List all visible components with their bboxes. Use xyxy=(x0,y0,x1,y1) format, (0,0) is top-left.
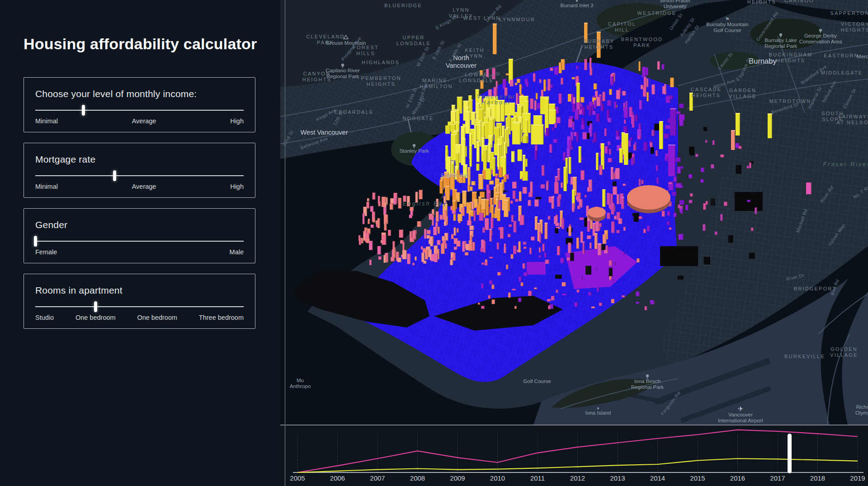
blob xyxy=(627,185,670,210)
tree-icon xyxy=(341,64,344,66)
mortgage-slider-thumb[interactable] xyxy=(113,170,116,181)
building-top xyxy=(455,122,459,122)
building-shade xyxy=(471,220,472,225)
gender-slider[interactable] xyxy=(35,235,244,247)
building-top xyxy=(465,111,470,112)
rooms-slider[interactable] xyxy=(35,301,244,313)
building-shade xyxy=(602,165,602,175)
building-shade xyxy=(603,104,604,111)
building-shade xyxy=(491,168,491,180)
gender-slider-thumb[interactable] xyxy=(34,236,37,247)
building-shade xyxy=(584,170,585,180)
building-shade xyxy=(639,258,640,262)
building-shade xyxy=(564,219,564,229)
building xyxy=(445,125,450,134)
building-top xyxy=(520,105,523,106)
building-shade xyxy=(455,228,456,236)
building xyxy=(485,219,489,230)
building-shade xyxy=(591,292,591,295)
map-region: BLUERIDGELYNNVALLEYWEST LYNNLYNNMOURWEST… xyxy=(280,0,868,486)
building-shade xyxy=(518,199,519,202)
map-label: Golf Course xyxy=(523,379,551,384)
building-shade xyxy=(483,174,483,189)
building-shade xyxy=(506,79,506,89)
income-slider[interactable] xyxy=(35,104,244,116)
mortgage-slider[interactable] xyxy=(35,170,244,182)
building-shade xyxy=(519,79,520,83)
building xyxy=(536,197,541,199)
building-shade xyxy=(459,109,459,124)
income-slider-thumb[interactable] xyxy=(82,105,85,116)
building-shade xyxy=(615,262,615,265)
building xyxy=(437,240,441,245)
building-shade xyxy=(740,113,740,136)
building xyxy=(553,139,557,143)
building-shade xyxy=(703,168,704,172)
building-top xyxy=(457,97,462,98)
building-shade xyxy=(560,117,561,123)
building-shade xyxy=(396,197,396,205)
building-shade xyxy=(735,130,735,150)
timeline-scrubber[interactable] xyxy=(788,434,792,473)
building xyxy=(582,132,587,140)
building xyxy=(465,111,470,134)
building-top xyxy=(624,133,628,134)
mortgage-slider-track[interactable] xyxy=(35,175,244,176)
building-top xyxy=(598,243,601,244)
map-label: Capilano RiverRegional Park xyxy=(326,68,360,79)
building-shade xyxy=(614,173,615,179)
building-shade xyxy=(622,148,623,163)
building-shade xyxy=(723,154,724,157)
map-label: English Bay xyxy=(402,201,447,207)
building-shade xyxy=(528,83,528,87)
building-shade xyxy=(533,98,533,109)
building-top xyxy=(488,136,492,136)
building-shade xyxy=(609,147,609,154)
rooms-slider-track[interactable] xyxy=(35,306,244,307)
gender-slider-track[interactable] xyxy=(35,241,244,242)
building xyxy=(512,182,517,188)
building-top xyxy=(478,196,481,197)
building-shade xyxy=(619,136,620,140)
rooms-slider-thumb[interactable] xyxy=(94,301,97,312)
building-shade xyxy=(524,215,524,225)
building-shade xyxy=(364,213,364,224)
building-shade xyxy=(422,190,423,199)
map-canvas[interactable]: BLUERIDGELYNNVALLEYWEST LYNNLYNNMOURWEST… xyxy=(280,0,868,425)
building-shade xyxy=(509,197,510,211)
building-top xyxy=(535,216,538,217)
building xyxy=(493,23,497,54)
building xyxy=(613,182,616,186)
gender-panel-title: Gender xyxy=(35,220,244,230)
building-shade xyxy=(566,294,566,295)
building-top xyxy=(495,127,500,128)
building xyxy=(555,223,560,226)
building-shade xyxy=(692,193,693,196)
building-shade xyxy=(516,306,517,309)
building-shade xyxy=(554,197,554,209)
building-shade xyxy=(632,138,632,140)
building xyxy=(638,216,642,219)
building-shade xyxy=(447,243,447,248)
building-top xyxy=(519,96,528,97)
building xyxy=(670,108,676,136)
building-shade xyxy=(614,73,615,82)
building xyxy=(397,257,401,262)
tree-icon xyxy=(647,377,648,379)
building-shade xyxy=(550,299,551,301)
building-shade xyxy=(546,252,547,257)
building-shade xyxy=(596,133,596,142)
building-shade xyxy=(448,233,448,241)
building-shade xyxy=(727,202,727,206)
map-label: EASTBURN xyxy=(824,53,859,58)
map-label: PEMBERTONHEIGHTS xyxy=(361,75,401,87)
building-top xyxy=(493,158,495,159)
building-shade xyxy=(680,158,680,162)
building-shade xyxy=(495,158,495,177)
building-shade xyxy=(646,142,647,151)
building xyxy=(504,200,508,217)
income-slider-track[interactable] xyxy=(35,110,244,111)
building-top xyxy=(557,168,560,169)
timeline-chart[interactable]: 2005200620072008200920102011201220132014… xyxy=(280,425,868,486)
building-shade xyxy=(535,73,535,81)
